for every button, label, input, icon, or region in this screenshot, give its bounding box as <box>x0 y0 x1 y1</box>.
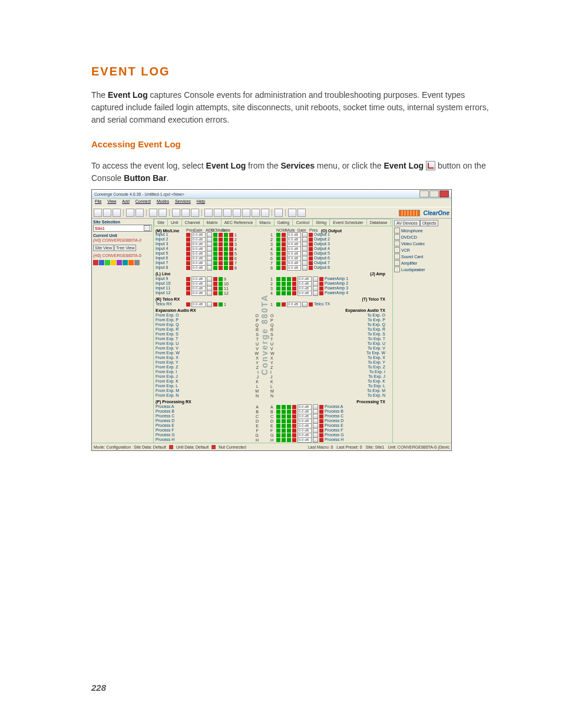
input-label[interactable]: Input 8 <box>156 265 185 269</box>
tb-icon-10[interactable] <box>191 209 199 217</box>
output-row[interactable]: I To Exp. I <box>270 370 385 374</box>
output-label[interactable]: Process F <box>325 428 343 432</box>
input-row[interactable]: From Exp. L L <box>156 384 259 388</box>
object-item[interactable]: Sound Card <box>394 253 450 259</box>
aec-icon[interactable] <box>213 242 217 246</box>
dot-icon[interactable] <box>287 438 291 442</box>
output-label[interactable]: To Exp. Q <box>367 322 385 327</box>
maximize-button[interactable] <box>429 190 439 197</box>
output-row[interactable]: L To Exp. L <box>270 384 385 388</box>
output-label[interactable]: PowerAmp 4 <box>325 291 348 295</box>
output-row[interactable]: M To Exp. M <box>270 388 385 393</box>
knob-icon[interactable] <box>207 291 212 296</box>
menu-add[interactable]: Add <box>122 199 129 206</box>
tb-icon-8[interactable] <box>172 209 180 217</box>
mute-icon[interactable] <box>282 266 286 270</box>
input-label[interactable]: Input 10 <box>156 281 185 285</box>
aec-icon[interactable] <box>213 247 217 251</box>
tb-icon-19[interactable] <box>288 209 296 217</box>
pres-icon[interactable] <box>186 291 190 295</box>
output-label[interactable]: Output 8 <box>314 265 330 269</box>
gate-icon[interactable] <box>229 242 233 246</box>
input-label[interactable]: From Exp. X <box>156 355 188 360</box>
tab-unit[interactable]: Unit <box>167 219 181 226</box>
dot-icon[interactable] <box>276 286 280 291</box>
pres-icon[interactable] <box>186 238 190 242</box>
input-label[interactable]: From Exp. Y <box>156 360 188 364</box>
swatch-icon[interactable] <box>93 260 98 265</box>
input-row[interactable]: Process B B <box>156 409 259 414</box>
pres-icon[interactable] <box>319 291 323 295</box>
dot-icon[interactable] <box>287 424 291 428</box>
tab-objects[interactable]: Objects <box>420 220 439 226</box>
tb-icon-20[interactable] <box>297 209 306 217</box>
mute-icon[interactable] <box>292 429 296 433</box>
mute-icon[interactable] <box>219 266 223 270</box>
mute-icon[interactable] <box>292 410 296 414</box>
input-row[interactable]: Process F F <box>156 428 259 433</box>
output-row[interactable]: W To Exp. W <box>270 351 385 355</box>
input-label[interactable]: From Exp. M <box>156 388 188 393</box>
mute-icon[interactable] <box>219 242 223 246</box>
agc-icon[interactable] <box>224 233 228 237</box>
pres-icon[interactable] <box>319 286 323 291</box>
output-label[interactable]: To Exp. K <box>368 379 385 383</box>
output-row[interactable]: O To Exp. O <box>270 313 385 318</box>
dot-icon[interactable] <box>276 419 280 423</box>
output-row[interactable]: G 0.0 dB Process G <box>270 433 385 437</box>
input-row[interactable]: Process E E <box>156 423 259 428</box>
aec-icon[interactable] <box>213 233 217 237</box>
output-row[interactable]: 4 0.0 dB PowerAmp 4 <box>270 291 385 295</box>
dot-icon[interactable] <box>287 277 291 281</box>
output-row[interactable]: J To Exp. J <box>270 374 385 379</box>
dot-icon[interactable] <box>276 438 280 442</box>
agc-icon[interactable] <box>224 238 228 242</box>
output-row[interactable]: V To Exp. V <box>270 346 385 351</box>
tab-control[interactable]: Control <box>292 219 313 226</box>
input-row[interactable]: Input 12 0.0 dB 12 <box>156 291 259 295</box>
tb-icon-15[interactable] <box>242 209 250 217</box>
pres-icon[interactable] <box>186 256 190 261</box>
pres-icon[interactable] <box>319 429 323 433</box>
gain-input[interactable]: 0.0 dB <box>297 437 312 443</box>
input-label[interactable]: From Exp. O <box>156 313 188 317</box>
pres-icon[interactable] <box>186 252 190 256</box>
swatch-icon[interactable] <box>105 260 110 265</box>
pres-icon[interactable] <box>186 247 190 251</box>
swatch-icon[interactable] <box>134 260 140 265</box>
knob-icon[interactable] <box>302 265 308 271</box>
pres-icon[interactable] <box>309 233 313 237</box>
menu-file[interactable]: File <box>95 199 101 206</box>
input-label[interactable]: From Exp. N <box>156 393 188 397</box>
knob-icon[interactable] <box>302 302 308 307</box>
input-row[interactable]: From Exp. J J <box>156 374 259 379</box>
mute-icon[interactable] <box>292 405 296 409</box>
input-label[interactable]: Input 2 <box>156 237 185 241</box>
dot-icon[interactable] <box>276 242 280 246</box>
output-label[interactable]: Process D <box>325 419 343 423</box>
output-row[interactable]: A 0.0 dB Process A <box>270 404 385 409</box>
input-label[interactable]: From Exp. J <box>156 374 188 378</box>
dot-icon[interactable] <box>282 433 286 437</box>
dot-icon[interactable] <box>282 414 286 419</box>
dot-icon[interactable] <box>276 405 280 409</box>
output-label[interactable]: To Exp. N <box>368 393 385 397</box>
tb-icon-11[interactable] <box>204 209 213 217</box>
gain-input[interactable]: 0.0 dB <box>191 302 206 307</box>
pres-icon[interactable] <box>319 282 323 286</box>
pres-icon[interactable] <box>309 302 313 307</box>
object-item[interactable]: Video Codec <box>394 241 450 246</box>
output-label[interactable]: PowerAmp 3 <box>325 286 348 290</box>
pres-icon[interactable] <box>309 247 313 251</box>
output-row[interactable]: Q To Exp. Q <box>270 322 385 327</box>
input-label[interactable]: Input 7 <box>156 261 185 265</box>
input-label[interactable]: Input 5 <box>156 251 185 255</box>
mute-icon[interactable] <box>292 286 296 291</box>
tb-icon-7[interactable] <box>158 209 167 217</box>
agc-icon[interactable] <box>224 266 228 270</box>
dot-icon[interactable] <box>276 302 280 307</box>
pres-icon[interactable] <box>186 286 190 291</box>
mute-icon[interactable] <box>219 256 223 261</box>
output-label[interactable]: Process C <box>325 414 343 418</box>
output-label[interactable]: Output 5 <box>314 251 330 255</box>
